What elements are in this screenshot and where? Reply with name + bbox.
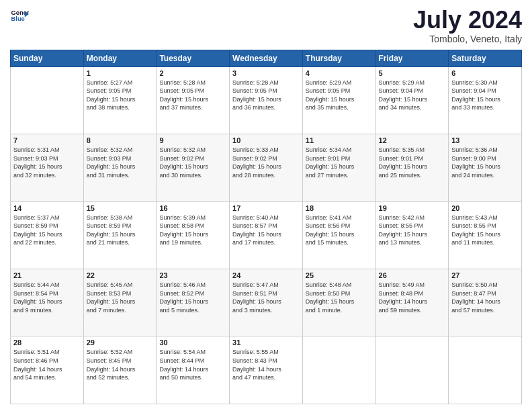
header: General Blue July 2024 Tombolo, Veneto, … [10,7,522,44]
day-info: Sunrise: 5:55 AM Sunset: 8:43 PM Dayligh… [232,348,300,381]
day-number: 7 [13,136,81,144]
day-number: 24 [232,271,300,279]
day-info: Sunrise: 5:52 AM Sunset: 8:45 PM Dayligh… [87,348,154,381]
day-header-monday: Monday [83,50,157,66]
day-number: 19 [379,204,446,212]
day-info: Sunrise: 5:45 AM Sunset: 8:53 PM Dayligh… [87,281,154,314]
day-number: 22 [87,271,154,279]
day-info: Sunrise: 5:33 AM Sunset: 9:02 PM Dayligh… [232,146,300,179]
day-info: Sunrise: 5:27 AM Sunset: 9:05 PM Dayligh… [87,79,154,112]
day-number: 17 [232,204,300,212]
calendar-cell: 19Sunrise: 5:42 AM Sunset: 8:55 PM Dayli… [375,201,449,269]
calendar-cell: 24Sunrise: 5:47 AM Sunset: 8:51 PM Dayli… [230,269,303,336]
calendar-cell: 23Sunrise: 5:46 AM Sunset: 8:52 PM Dayli… [157,269,230,336]
logo-icon: General Blue [10,7,29,26]
day-info: Sunrise: 5:46 AM Sunset: 8:52 PM Dayligh… [159,281,226,314]
day-number: 11 [306,136,373,144]
calendar-cell: 22Sunrise: 5:45 AM Sunset: 8:53 PM Dayli… [83,269,157,336]
day-number: 25 [306,271,373,279]
day-number: 4 [306,69,373,77]
calendar-cell: 11Sunrise: 5:34 AM Sunset: 9:01 PM Dayli… [302,134,375,201]
day-number: 21 [13,271,81,279]
calendar-cell [375,336,449,404]
day-number: 18 [306,204,373,212]
calendar-cell: 8Sunrise: 5:32 AM Sunset: 9:03 PM Daylig… [83,134,157,201]
day-number: 1 [87,69,154,77]
week-row-4: 21Sunrise: 5:44 AM Sunset: 8:54 PM Dayli… [11,269,522,336]
calendar-cell [11,66,84,134]
day-number: 10 [232,136,300,144]
day-info: Sunrise: 5:51 AM Sunset: 8:46 PM Dayligh… [13,348,81,381]
calendar-cell: 21Sunrise: 5:44 AM Sunset: 8:54 PM Dayli… [11,269,84,336]
calendar-cell: 25Sunrise: 5:48 AM Sunset: 8:50 PM Dayli… [302,269,375,336]
calendar-table: SundayMondayTuesdayWednesdayThursdayFrid… [10,50,522,404]
day-info: Sunrise: 5:32 AM Sunset: 9:02 PM Dayligh… [159,146,226,179]
day-info: Sunrise: 5:31 AM Sunset: 9:03 PM Dayligh… [13,146,81,179]
day-number: 16 [159,204,226,212]
week-row-1: 1Sunrise: 5:27 AM Sunset: 9:05 PM Daylig… [11,66,522,134]
day-info: Sunrise: 5:29 AM Sunset: 9:05 PM Dayligh… [306,79,373,112]
day-number: 20 [451,204,519,212]
day-info: Sunrise: 5:43 AM Sunset: 8:55 PM Dayligh… [451,214,519,247]
day-info: Sunrise: 5:42 AM Sunset: 8:55 PM Dayligh… [379,214,446,247]
day-info: Sunrise: 5:29 AM Sunset: 9:04 PM Dayligh… [379,79,446,112]
day-number: 29 [87,338,154,347]
week-row-2: 7Sunrise: 5:31 AM Sunset: 9:03 PM Daylig… [11,134,522,201]
day-header-sunday: Sunday [11,50,84,66]
calendar-cell: 1Sunrise: 5:27 AM Sunset: 9:05 PM Daylig… [83,66,157,134]
day-info: Sunrise: 5:28 AM Sunset: 9:05 PM Dayligh… [159,79,226,112]
calendar-cell: 7Sunrise: 5:31 AM Sunset: 9:03 PM Daylig… [11,134,84,201]
day-header-saturday: Saturday [449,50,522,66]
calendar-cell: 17Sunrise: 5:40 AM Sunset: 8:57 PM Dayli… [230,201,303,269]
day-info: Sunrise: 5:41 AM Sunset: 8:56 PM Dayligh… [306,214,373,247]
calendar-cell: 6Sunrise: 5:30 AM Sunset: 9:04 PM Daylig… [449,66,522,134]
day-info: Sunrise: 5:34 AM Sunset: 9:01 PM Dayligh… [306,146,373,179]
calendar-cell: 10Sunrise: 5:33 AM Sunset: 9:02 PM Dayli… [230,134,303,201]
day-info: Sunrise: 5:40 AM Sunset: 8:57 PM Dayligh… [232,214,300,247]
day-number: 14 [13,204,81,212]
month-title: July 2024 [413,7,522,34]
day-header-tuesday: Tuesday [157,50,230,66]
week-row-5: 28Sunrise: 5:51 AM Sunset: 8:46 PM Dayli… [11,336,522,404]
calendar-cell: 18Sunrise: 5:41 AM Sunset: 8:56 PM Dayli… [302,201,375,269]
day-number: 8 [87,136,154,144]
day-info: Sunrise: 5:30 AM Sunset: 9:04 PM Dayligh… [451,79,519,112]
day-info: Sunrise: 5:36 AM Sunset: 9:00 PM Dayligh… [451,146,519,179]
calendar-cell: 12Sunrise: 5:35 AM Sunset: 9:01 PM Dayli… [375,134,449,201]
calendar-cell: 9Sunrise: 5:32 AM Sunset: 9:02 PM Daylig… [157,134,230,201]
day-info: Sunrise: 5:54 AM Sunset: 8:44 PM Dayligh… [159,348,226,381]
day-info: Sunrise: 5:48 AM Sunset: 8:50 PM Dayligh… [306,281,373,314]
calendar-cell: 26Sunrise: 5:49 AM Sunset: 8:48 PM Dayli… [375,269,449,336]
calendar-cell: 15Sunrise: 5:38 AM Sunset: 8:59 PM Dayli… [83,201,157,269]
day-number: 3 [232,69,300,77]
svg-text:Blue: Blue [11,15,25,22]
day-number: 9 [159,136,226,144]
day-info: Sunrise: 5:49 AM Sunset: 8:48 PM Dayligh… [379,281,446,314]
day-info: Sunrise: 5:47 AM Sunset: 8:51 PM Dayligh… [232,281,300,314]
calendar-cell: 3Sunrise: 5:28 AM Sunset: 9:05 PM Daylig… [230,66,303,134]
calendar-cell: 20Sunrise: 5:43 AM Sunset: 8:55 PM Dayli… [449,201,522,269]
day-header-friday: Friday [375,50,449,66]
calendar-cell: 30Sunrise: 5:54 AM Sunset: 8:44 PM Dayli… [157,336,230,404]
day-info: Sunrise: 5:50 AM Sunset: 8:47 PM Dayligh… [451,281,519,314]
calendar-cell: 13Sunrise: 5:36 AM Sunset: 9:00 PM Dayli… [449,134,522,201]
day-number: 6 [451,69,519,77]
day-info: Sunrise: 5:35 AM Sunset: 9:01 PM Dayligh… [379,146,446,179]
day-info: Sunrise: 5:44 AM Sunset: 8:54 PM Dayligh… [13,281,81,314]
day-number: 30 [159,338,226,347]
calendar-cell: 5Sunrise: 5:29 AM Sunset: 9:04 PM Daylig… [375,66,449,134]
calendar-cell: 16Sunrise: 5:39 AM Sunset: 8:58 PM Dayli… [157,201,230,269]
location: Tombolo, Veneto, Italy [413,34,522,44]
logo: General Blue [10,7,29,26]
day-header-wednesday: Wednesday [230,50,303,66]
day-number: 5 [379,69,446,77]
day-number: 27 [451,271,519,279]
day-number: 2 [159,69,226,77]
calendar-cell [302,336,375,404]
title-block: July 2024 Tombolo, Veneto, Italy [413,7,522,44]
calendar-header-row: SundayMondayTuesdayWednesdayThursdayFrid… [11,50,522,66]
day-number: 12 [379,136,446,144]
week-row-3: 14Sunrise: 5:37 AM Sunset: 8:59 PM Dayli… [11,201,522,269]
day-number: 15 [87,204,154,212]
calendar-cell: 28Sunrise: 5:51 AM Sunset: 8:46 PM Dayli… [11,336,84,404]
